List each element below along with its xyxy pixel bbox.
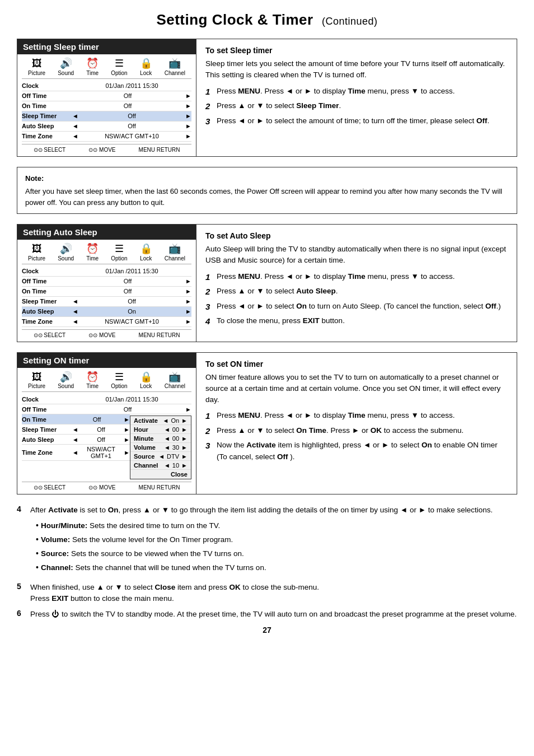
picture-label: Picture [28, 70, 45, 76]
arrow-left: ◄ [72, 133, 78, 139]
ontimer-step-3: 3 Now the Activate item is highlighted, … [205, 440, 508, 463]
sound-icon: 🔊 [60, 371, 72, 384]
continued-text: (Continued) [322, 16, 378, 27]
auto-sleep-menu: 🖼 Picture 🔊 Sound ⏰ Time ☰ Option 🔒 [17, 240, 196, 342]
picture-icon-item: 🖼 Picture [28, 371, 45, 390]
option-icon-item: ☰ Option [111, 371, 127, 390]
arrow-left: ◄ [72, 298, 78, 305]
menu-row-autosleep: Auto Sleep ◄ Off ► [22, 435, 130, 445]
select-control: ⊙⊙ SELECT [34, 484, 66, 491]
channel-icon-item: 📺 Channel [165, 58, 185, 76]
sound-icon-item: 🔊 Sound [58, 58, 74, 76]
arrow-left: ◄ [72, 308, 78, 315]
menu-row-clock: Clock 01/Jan /2011 15:30 [22, 267, 191, 277]
menu-row-autosleep: Auto Sleep ◄ On ► [22, 307, 191, 317]
submenu-activate: Activate ◄ On ► [130, 416, 191, 425]
autosleep-step-3: 3 Press ◄ or ► to select On to turn on A… [205, 301, 508, 314]
channel-icon: 📺 [168, 371, 181, 384]
ontimer-step-1: 1 Press MENU. Press ◄ or ► to display Ti… [205, 410, 508, 423]
lock-icon: 🔒 [140, 371, 152, 384]
bullet-list-step4: Hour/Minute: Sets the desired time to tu… [30, 520, 517, 574]
sleep-step-3: 3 Press ◄ or ► to select the amount of t… [205, 115, 508, 128]
arrow-right: ► [185, 92, 191, 99]
arrow-right: ► [185, 123, 191, 129]
ontime-with-submenu: On Time Off ► Sleep Timer ◄ Off ► Auto S… [22, 414, 191, 479]
bullet-hour-minute: Hour/Minute: Sets the desired time to tu… [36, 520, 517, 531]
on-timer-section: Setting ON timer 🖼 Picture 🔊 Sound ⏰ Tim… [17, 352, 517, 495]
return-control: MENU RETURN [139, 147, 180, 153]
time-label: Time [86, 70, 99, 76]
bullet-volume: Volume: Sets the volume level for the On… [36, 534, 517, 545]
bottom-steps: 4 After Activate is set to On, press ▲ o… [17, 505, 517, 620]
submenu-source: Source ◄ DTV ► [130, 452, 191, 461]
submenu-volume: Volume ◄ 30 ► [130, 443, 191, 452]
move-control: ⊙⊙ MOVE [88, 332, 115, 338]
auto-sleep-section: Setting Auto Sleep 🖼 Picture 🔊 Sound ⏰ T… [17, 224, 517, 342]
note-text: After you have set sleep timer, when the… [25, 187, 502, 207]
on-timer-submenu: Activate ◄ On ► Hour ◄ 00 ► Minute ◄ [130, 416, 191, 479]
lock-icon-item: 🔒 Lock [140, 371, 152, 390]
time-icon-item: ⏰ Time [86, 58, 99, 76]
submenu-close: Close [130, 470, 191, 479]
time-icon-item: ⏰ Time [86, 371, 99, 390]
on-timer-right-title: To set ON timer [205, 360, 508, 368]
menu-row-offtime: Off Time Off ► [22, 277, 191, 287]
arrow-right: ► [185, 278, 191, 284]
lock-label: Lock [140, 70, 152, 76]
sleep-step-1: 1 Press MENU. Press ◄ or ► to display Ti… [205, 86, 508, 99]
option-icon-item: ☰ Option [111, 243, 127, 262]
auto-sleep-right: To set Auto Sleep Auto Sleep will bring … [196, 225, 517, 342]
channel-icon: 📺 [168, 58, 181, 70]
menu-row-offtime: Off Time Off ► [22, 404, 191, 414]
return-control: MENU RETURN [139, 484, 180, 491]
lock-icon: 🔒 [140, 243, 152, 255]
auto-sleep-right-title: To set Auto Sleep [205, 231, 508, 240]
time-icon: ⏰ [86, 243, 99, 255]
sleep-timer-right: To set Sleep timer Sleep timer lets you … [196, 39, 517, 156]
arrow-right: ► [185, 298, 191, 305]
bullet-source: Source: Sets the source to be viewed whe… [36, 548, 517, 559]
picture-icon: 🖼 [32, 371, 42, 384]
arrow-right: ► [185, 308, 191, 315]
menu-row-sleeptimer: Sleep Timer ◄ Off ► [22, 297, 191, 307]
arrow-right: ► [185, 406, 191, 413]
submenu-minute: Minute ◄ 00 ► [130, 434, 191, 443]
channel-icon-item: 📺 Channel [165, 243, 185, 262]
menu-icons-row: 🖼 Picture 🔊 Sound ⏰ Time ☰ Option 🔒 [22, 371, 191, 393]
menu-row-sleeptimer: Sleep Timer ◄ Off ► [22, 111, 191, 122]
on-timer-header: Setting ON timer [17, 353, 196, 368]
arrow-left: ◄ [72, 318, 78, 325]
arrow-right: ► [124, 436, 130, 443]
arrow-left: ◄ [72, 123, 78, 129]
picture-icon: 🖼 [32, 243, 42, 255]
menu-icons-row: 🖼 Picture 🔊 Sound ⏰ Time ☰ Option 🔒 [22, 243, 191, 264]
sound-icon: 🔊 [60, 58, 72, 70]
lock-icon: 🔒 [140, 58, 152, 70]
menu-row-autosleep: Auto Sleep ◄ Off ► [22, 122, 191, 132]
title-text: Setting Clock & Timer [156, 11, 313, 28]
arrow-left: ◄ [72, 436, 78, 443]
note-label: Note: [25, 173, 509, 184]
arrow-right: ► [185, 113, 191, 119]
page-number: 27 [17, 626, 517, 634]
ontimer-step-2: 2 Press ▲ or ▼ to select On Time. Press … [205, 425, 508, 438]
on-timer-description: ON timer feature allows you to set the T… [205, 372, 508, 406]
menu-row-ontime: On Time Off ► [22, 414, 130, 424]
on-timer-menu: 🖼 Picture 🔊 Sound ⏰ Time ☰ Option 🔒 [17, 368, 196, 494]
autosleep-step-1: 1 Press MENU. Press ◄ or ► to display Ti… [205, 271, 508, 284]
bottom-step-5: 5 When finished, use ▲ or ▼ to select Cl… [17, 582, 517, 605]
sound-icon-item: 🔊 Sound [58, 243, 74, 262]
picture-icon: 🖼 [32, 58, 42, 70]
time-icon: ⏰ [86, 58, 99, 70]
move-control: ⊙⊙ MOVE [88, 484, 115, 491]
sleep-timer-description: Sleep timer lets you select the amount o… [205, 58, 508, 81]
menu-bottom-bar: ⊙⊙ SELECT ⊙⊙ MOVE MENU RETURN [22, 482, 191, 491]
move-control: ⊙⊙ MOVE [88, 147, 115, 153]
option-icon-item: ☰ Option [111, 58, 127, 76]
sleep-timer-left: Setting Sleep timer 🖼 Picture 🔊 Sound ⏰ … [17, 39, 196, 156]
return-control: MENU RETURN [139, 332, 180, 338]
submenu-hour: Hour ◄ 00 ► [130, 425, 191, 434]
sleep-timer-header: Setting Sleep timer [17, 39, 196, 54]
menu-row-timezone: Time Zone ◄ NSW/ACT GMT+10 ► [22, 317, 191, 327]
sleep-timer-menu: 🖼 Picture 🔊 Sound ⏰ Time ☰ Option 🔒 [17, 54, 196, 156]
